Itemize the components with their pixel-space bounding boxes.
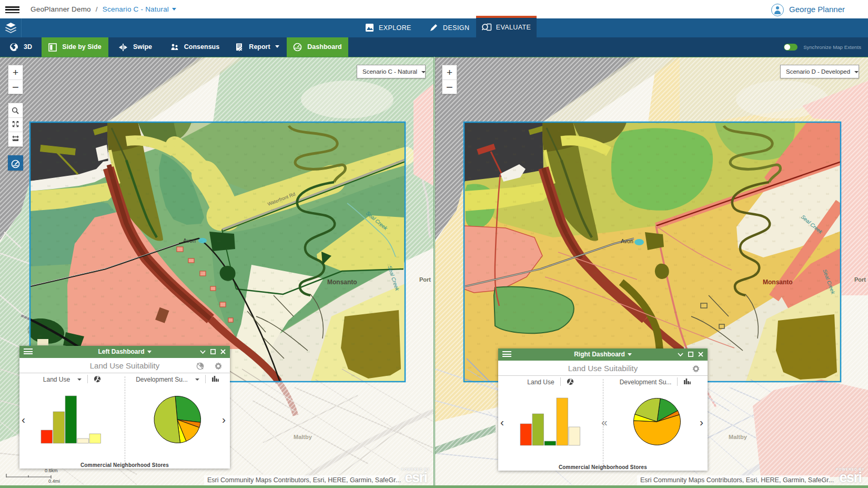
svg-text:Maltby: Maltby <box>294 434 312 440</box>
svg-text:Monsanto: Monsanto <box>763 278 793 286</box>
svg-text:Port: Port <box>854 276 866 283</box>
svg-text:Monsanto: Monsanto <box>327 278 357 286</box>
svg-text:Port: Port <box>419 276 431 283</box>
svg-text:Maltby: Maltby <box>729 434 748 440</box>
svg-text:Avon: Avon <box>621 238 633 244</box>
svg-text:Avon: Avon <box>183 237 196 244</box>
svg-text:0.6km: 0.6km <box>45 468 58 473</box>
svg-text:0.4mi: 0.4mi <box>48 479 60 484</box>
